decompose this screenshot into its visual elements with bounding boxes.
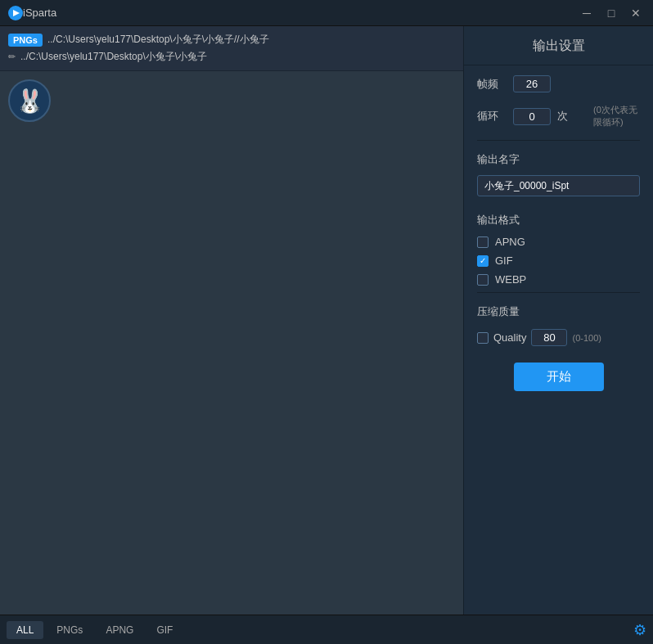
edit-icon: ✏ (8, 52, 16, 62)
tab-gif[interactable]: GIF (146, 621, 182, 639)
output-name-input[interactable] (477, 175, 640, 196)
loop-row: 循环 次 (0次代表无限循环) (477, 104, 640, 128)
settings-title: 输出设置 (464, 26, 653, 65)
webp-label: WEBP (495, 273, 526, 286)
tab-all[interactable]: ALL (7, 621, 43, 639)
start-button[interactable]: 开始 (514, 363, 604, 391)
tab-pngs[interactable]: PNGs (47, 621, 92, 639)
minimize-button[interactable]: ─ (578, 4, 596, 22)
output-format-label: 输出格式 (477, 213, 640, 227)
apng-label: APNG (495, 236, 525, 248)
loop-note: (0次代表无限循环) (593, 104, 640, 128)
app-title: iSparta (23, 7, 578, 19)
close-button[interactable]: ✕ (627, 4, 645, 22)
titlebar: iSparta ─ □ ✕ (0, 0, 653, 26)
webp-row: WEBP (477, 273, 640, 286)
file-path-2: ../C:\Users\yelu177\Desktop\小兔子\小兔子 (20, 50, 207, 64)
bottom-bar: ALL PNGs APNG GIF ⚙ (0, 615, 653, 644)
gif-row: GIF (477, 254, 640, 267)
file-row-2: ✏ ../C:\Users\yelu177\Desktop\小兔子\小兔子 (8, 50, 455, 64)
quality-input[interactable] (531, 329, 567, 346)
gif-label: GIF (495, 254, 513, 267)
framerate-label: 帧频 (477, 77, 507, 92)
tab-apng[interactable]: APNG (96, 621, 143, 639)
quality-label: Quality (493, 331, 526, 344)
window-controls: ─ □ ✕ (578, 4, 645, 22)
file-type-badge: PNGs (8, 34, 43, 47)
right-panel: 输出设置 帧频 循环 次 (0次代表无限循环) 输出名字 输出格式 (463, 26, 653, 615)
avatar: 🐰 (8, 79, 51, 122)
webp-checkbox[interactable] (477, 274, 489, 286)
content-area (0, 130, 463, 615)
compress-label: 压缩质量 (477, 304, 640, 319)
framerate-row: 帧频 (477, 75, 640, 92)
settings-body: 帧频 循环 次 (0次代表无限循环) 输出名字 输出格式 APNG (464, 65, 653, 615)
maximize-button[interactable]: □ (602, 4, 620, 22)
quality-checkbox[interactable] (477, 332, 489, 344)
app-logo-icon (8, 6, 23, 20)
quality-row: Quality (0-100) (477, 329, 640, 346)
apng-row: APNG (477, 236, 640, 248)
avatar-emoji: 🐰 (16, 88, 44, 115)
framerate-input[interactable] (513, 75, 551, 92)
avatar-area: 🐰 (0, 71, 463, 130)
file-header: PNGs ../C:\Users\yelu177\Desktop\小兔子\小兔子… (0, 26, 463, 71)
quality-range: (0-100) (572, 333, 601, 343)
file-path-1: ../C:\Users\yelu177\Desktop\小兔子\小兔子//小兔子 (47, 33, 269, 47)
output-name-label: 输出名字 (477, 152, 640, 167)
main-layout: PNGs ../C:\Users\yelu177\Desktop\小兔子\小兔子… (0, 26, 653, 615)
loop-label: 循环 (477, 109, 507, 124)
apng-checkbox[interactable] (477, 236, 489, 248)
gif-checkbox[interactable] (477, 255, 489, 267)
loop-unit: 次 (557, 109, 587, 124)
gear-icon[interactable]: ⚙ (633, 621, 646, 639)
divider-1 (477, 140, 640, 141)
divider-2 (477, 292, 640, 293)
file-row-1: PNGs ../C:\Users\yelu177\Desktop\小兔子\小兔子… (8, 33, 455, 47)
left-panel: PNGs ../C:\Users\yelu177\Desktop\小兔子\小兔子… (0, 26, 463, 615)
loop-input[interactable] (513, 108, 551, 125)
